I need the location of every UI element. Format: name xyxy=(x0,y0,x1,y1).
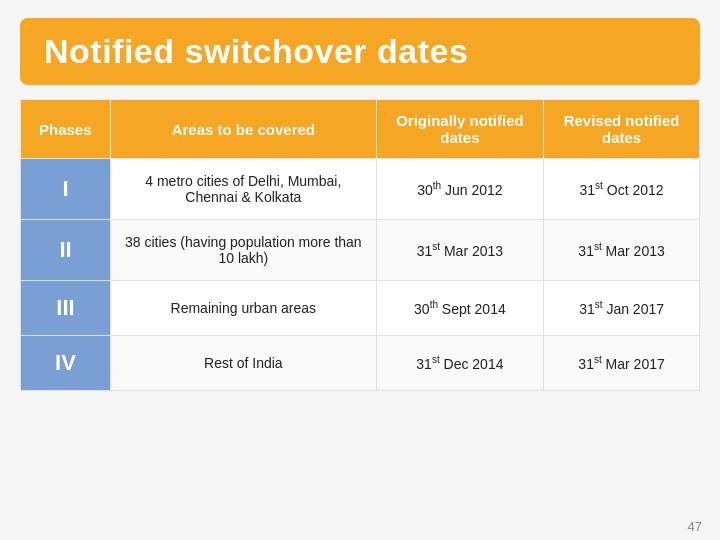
title-bar: Notified switchover dates xyxy=(20,18,700,85)
phase-cell: IV xyxy=(21,336,111,391)
areas-cell: Rest of India xyxy=(111,336,377,391)
areas-cell: Remaining urban areas xyxy=(111,281,377,336)
page-title: Notified switchover dates xyxy=(44,32,676,71)
page-number: 47 xyxy=(688,519,702,534)
phase-cell: II xyxy=(21,220,111,281)
col-header-revised: Revised notified dates xyxy=(544,100,700,159)
original-date-cell: 31st Dec 2014 xyxy=(376,336,543,391)
main-table: Phases Areas to be covered Originally no… xyxy=(20,99,700,391)
col-header-phases: Phases xyxy=(21,100,111,159)
original-date-cell: 31st Mar 2013 xyxy=(376,220,543,281)
phase-cell: I xyxy=(21,159,111,220)
table-row: IIIRemaining urban areas30th Sept 201431… xyxy=(21,281,700,336)
phase-cell: III xyxy=(21,281,111,336)
revised-date-cell: 31st Mar 2017 xyxy=(544,336,700,391)
revised-date-cell: 31st Oct 2012 xyxy=(544,159,700,220)
areas-cell: 38 cities (having population more than 1… xyxy=(111,220,377,281)
table-wrapper: Phases Areas to be covered Originally no… xyxy=(20,99,700,530)
table-row: II38 cities (having population more than… xyxy=(21,220,700,281)
page: Notified switchover dates Phases Areas t… xyxy=(0,0,720,540)
table-row: I4 metro cities of Delhi, Mumbai, Chenna… xyxy=(21,159,700,220)
col-header-areas: Areas to be covered xyxy=(111,100,377,159)
table-body: I4 metro cities of Delhi, Mumbai, Chenna… xyxy=(21,159,700,391)
original-date-cell: 30th Jun 2012 xyxy=(376,159,543,220)
revised-date-cell: 31st Mar 2013 xyxy=(544,220,700,281)
table-header-row: Phases Areas to be covered Originally no… xyxy=(21,100,700,159)
col-header-original: Originally notified dates xyxy=(376,100,543,159)
areas-cell: 4 metro cities of Delhi, Mumbai, Chennai… xyxy=(111,159,377,220)
revised-date-cell: 31st Jan 2017 xyxy=(544,281,700,336)
original-date-cell: 30th Sept 2014 xyxy=(376,281,543,336)
table-row: IVRest of India31st Dec 201431st Mar 201… xyxy=(21,336,700,391)
